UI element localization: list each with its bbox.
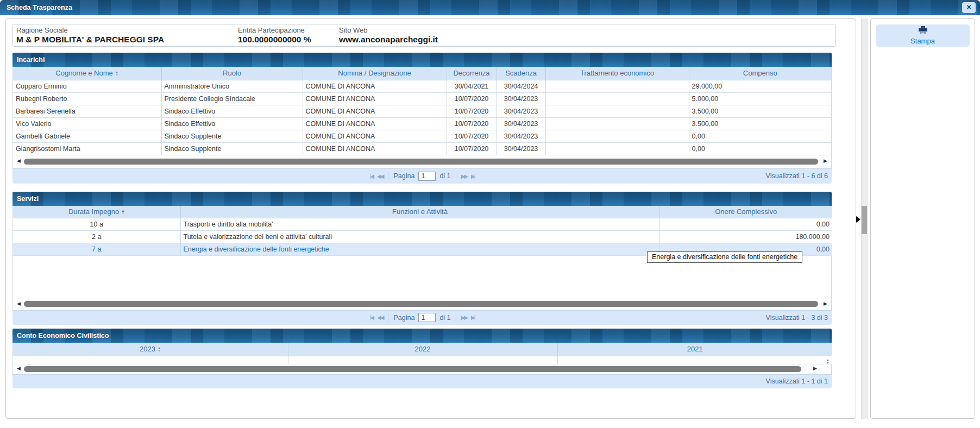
cell-ruolo: Presidente Collegio SIndacale: [161, 92, 303, 105]
sito-web-label: Sito Web: [339, 26, 835, 34]
scroll-thumb[interactable]: [24, 301, 818, 307]
column-header-ruolo[interactable]: Ruolo: [161, 67, 303, 80]
pager-of-label: di 1: [439, 314, 450, 322]
cell-decorrenza: 10/07/2020: [447, 105, 497, 117]
table-row[interactable]: 10 a Trasporti e diritto alla mobilita' …: [13, 218, 832, 230]
conto-table: 2023▲▼ 2022 2021 ▲▼: [13, 343, 832, 364]
cell-scadenza: 30/04/2023: [497, 105, 545, 117]
cell-ruolo: Sindaco Supplente: [161, 142, 303, 155]
pager-last-icon[interactable]: ▶|: [471, 173, 474, 179]
scroll-left-icon[interactable]: ◀: [17, 366, 21, 371]
column-header-onere[interactable]: Onere Complessivo: [659, 206, 832, 218]
cell-scadenza: 30/04/2023: [497, 117, 545, 130]
cell-durata: 10 a: [13, 218, 180, 230]
column-header-2023[interactable]: 2023▲▼: [13, 343, 288, 356]
v-scrollbar[interactable]: [861, 18, 868, 419]
column-header-scadenza[interactable]: Scadenza: [497, 67, 545, 80]
column-header-2022[interactable]: 2022: [288, 343, 557, 356]
table-row[interactable]: Rubegni Roberto Presidente Collegio SInd…: [13, 92, 831, 105]
pager-of-label: di 1: [439, 172, 450, 180]
conto-section-title: Conto Economico Civilistico: [12, 329, 832, 343]
pager-divider: [456, 172, 456, 180]
pager: |◀ ◀◀ Pagina di 1 ▶▶ ▶|: [12, 311, 832, 325]
cell-scadenza: 30/04/2023: [497, 130, 545, 142]
pager-page-input[interactable]: [418, 172, 436, 181]
v-scroll-thumb[interactable]: [862, 206, 867, 234]
incarichi-footer: |◀ ◀◀ Pagina di 1 ▶▶ ▶| Visualizzati 1 -…: [12, 168, 832, 184]
column-header-compenso[interactable]: Compenso: [689, 67, 831, 80]
field-ragione-sociale: Ragione Sociale M & P MOBILITA' & PARCHE…: [13, 24, 235, 46]
scroll-right-icon[interactable]: ▶: [824, 158, 827, 163]
table-row[interactable]: Barbaresi Serenella Sindaco Effettivo CO…: [13, 105, 831, 117]
cell-decorrenza: 10/07/2020: [447, 92, 497, 105]
cell-nomina: COMUNE DI ANCONA: [303, 117, 447, 130]
ragione-sociale-label: Ragione Sociale: [16, 26, 235, 34]
cell-compenso: 0,00: [689, 142, 831, 155]
section-incarichi: Incarichi Cognome e Nome▲▼ Ruolo Nomina …: [12, 53, 832, 184]
field-sito-web: Sito Web www.anconaparcheggi.it: [336, 24, 835, 46]
spinner-icon[interactable]: ▲▼: [826, 358, 830, 364]
section-conto-economico: Conto Economico Civilistico 2023▲▼ 2022 …: [12, 329, 832, 388]
pager-divider: [456, 313, 456, 322]
cell-trattamento: [545, 92, 689, 105]
scroll-thumb[interactable]: [24, 159, 818, 165]
h-scrollbar: ◀ ▶: [13, 298, 831, 310]
cell-decorrenza: 30/04/2021: [447, 80, 497, 92]
cell-ruolo: Sindaco Supplente: [161, 130, 303, 142]
sito-web-value: www.anconaparcheggi.it: [339, 35, 835, 45]
close-button[interactable]: ×: [962, 2, 976, 13]
cell-decorrenza: 10/07/2020: [447, 130, 497, 142]
pager-prev-icon[interactable]: ◀◀: [377, 314, 383, 320]
stampa-button[interactable]: Stampa: [876, 24, 970, 47]
entita-partecipazione-value: 100.0000000000 %: [238, 35, 336, 45]
cell-nomina: COMUNE DI ANCONA: [303, 92, 447, 105]
field-entita-partecipazione: Entità Partecipazione 100.0000000000 %: [235, 24, 336, 46]
cell-nomina: COMUNE DI ANCONA: [303, 105, 447, 117]
column-header-decorrenza[interactable]: Decorrenza: [447, 67, 497, 80]
column-header-durata-impegno[interactable]: Durata Impegno▲▼: [13, 206, 180, 218]
right-panel: Stampa: [870, 18, 975, 419]
cell-compenso: 3.500,00: [689, 117, 831, 130]
pager-next-icon[interactable]: ▶▶: [461, 314, 467, 320]
close-icon: ×: [966, 3, 971, 11]
table-row[interactable]: Gambelli Gabriele Sindaco Supplente COMU…: [13, 130, 831, 142]
table-row[interactable]: 2 a Tutela e valorizzazione dei beni e a…: [13, 230, 832, 243]
cell-cognome: Gambelli Gabriele: [13, 130, 161, 142]
cell-trattamento: [545, 80, 689, 92]
conto-footer: Visualizzati 1 - 1 di 1: [12, 374, 832, 388]
h-scrollbar: ◀ ▶: [13, 364, 831, 374]
status-text: Visualizzati 1 - 6 di 6: [766, 172, 828, 180]
cell-trattamento: [545, 105, 689, 117]
scroll-right-icon[interactable]: ▶: [813, 366, 817, 371]
scroll-left-icon[interactable]: ◀: [17, 158, 21, 163]
cell-nomina: COMUNE DI ANCONA: [303, 142, 447, 155]
pager-label: Pagina: [393, 314, 414, 322]
pager-first-icon[interactable]: |◀: [370, 314, 373, 320]
pager-next-icon[interactable]: ▶▶: [461, 173, 467, 179]
cell-nomina: COMUNE DI ANCONA: [303, 80, 447, 92]
cell-funzioni: Energia e diversificazione delle fonti e…: [180, 243, 659, 255]
pager-last-icon[interactable]: ▶|: [471, 314, 474, 320]
cell-cognome: Vico Valerio: [13, 117, 161, 130]
cell-trattamento: [545, 117, 689, 130]
column-header-nomina[interactable]: Nomina / Designazione: [303, 67, 447, 80]
ragione-sociale-value: M & P MOBILITA' & PARCHEGGI SPA: [16, 35, 235, 45]
table-row[interactable]: Vico Valerio Sindaco Effettivo COMUNE DI…: [13, 117, 831, 130]
panel-expand-icon[interactable]: [856, 216, 860, 223]
pager: |◀ ◀◀ Pagina di 1 ▶▶ ▶|: [12, 169, 832, 184]
pager-first-icon[interactable]: |◀: [370, 173, 373, 179]
column-header-funzioni[interactable]: Funzioni e Attività: [180, 206, 659, 218]
column-header-cognome-nome[interactable]: Cognome e Nome▲▼: [13, 67, 161, 80]
column-header-trattamento[interactable]: Trattamento economico: [545, 67, 689, 80]
table-row[interactable]: Copparo Erminio Amministratore Unico COM…: [13, 80, 831, 92]
scroll-left-icon[interactable]: ◀: [17, 301, 21, 306]
cell-ruolo: Sindaco Effettivo: [161, 117, 303, 130]
pager-prev-icon[interactable]: ◀◀: [377, 173, 383, 179]
pager-page-input[interactable]: [418, 313, 436, 322]
pager-label: Pagina: [393, 172, 414, 180]
table-row[interactable]: Giangrisostomi Marta Sindaco Supplente C…: [13, 142, 831, 155]
scroll-right-icon[interactable]: ▶: [824, 301, 827, 306]
stampa-label: Stampa: [910, 37, 935, 45]
scroll-thumb[interactable]: [24, 366, 801, 372]
column-header-2021[interactable]: 2021: [557, 343, 832, 356]
